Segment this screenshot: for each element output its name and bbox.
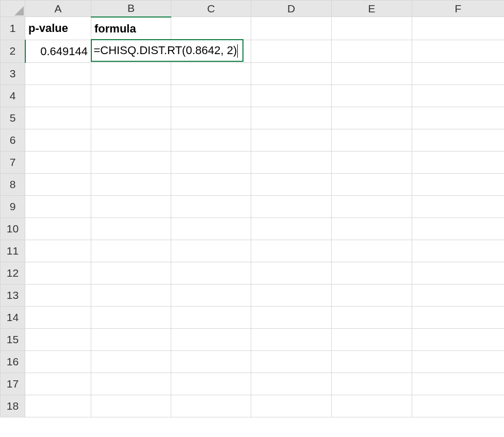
cell[interactable] bbox=[25, 240, 91, 262]
column-header[interactable]: A bbox=[25, 1, 91, 17]
cell[interactable] bbox=[412, 284, 505, 306]
row-header[interactable]: 11 bbox=[1, 240, 25, 262]
row-header[interactable]: 17 bbox=[1, 373, 25, 395]
cell[interactable] bbox=[332, 306, 412, 328]
cell[interactable] bbox=[251, 373, 332, 395]
row-header[interactable]: 3 bbox=[1, 62, 25, 85]
cell[interactable] bbox=[251, 129, 332, 151]
cell[interactable] bbox=[171, 350, 251, 373]
cell[interactable] bbox=[251, 217, 332, 240]
cell[interactable] bbox=[251, 107, 332, 129]
cell[interactable] bbox=[25, 129, 91, 151]
select-all-corner[interactable] bbox=[1, 1, 25, 17]
cell[interactable] bbox=[25, 85, 91, 107]
cell[interactable] bbox=[412, 17, 505, 40]
cell[interactable] bbox=[412, 129, 505, 151]
cell[interactable] bbox=[171, 306, 251, 328]
column-header[interactable]: C bbox=[171, 1, 251, 17]
row-header[interactable]: 12 bbox=[1, 262, 25, 284]
cell[interactable] bbox=[171, 173, 251, 195]
row-header[interactable]: 14 bbox=[1, 306, 25, 328]
row-header[interactable]: 2 bbox=[1, 40, 25, 62]
column-header[interactable]: B bbox=[91, 1, 171, 17]
cell[interactable] bbox=[332, 107, 412, 129]
cell[interactable] bbox=[171, 373, 251, 395]
cell[interactable] bbox=[25, 195, 91, 217]
cell[interactable] bbox=[25, 373, 91, 395]
cell[interactable] bbox=[412, 151, 505, 173]
cell[interactable] bbox=[91, 262, 171, 284]
cell[interactable] bbox=[251, 151, 332, 173]
row-header[interactable]: 1 bbox=[1, 17, 25, 40]
cell[interactable] bbox=[91, 85, 171, 107]
cell[interactable] bbox=[332, 173, 412, 195]
cell[interactable] bbox=[332, 151, 412, 173]
cell[interactable] bbox=[251, 62, 332, 85]
cell[interactable] bbox=[25, 350, 91, 373]
cell[interactable] bbox=[251, 284, 332, 306]
cell[interactable] bbox=[412, 240, 505, 262]
cell[interactable] bbox=[91, 151, 171, 173]
cell[interactable] bbox=[412, 217, 505, 240]
cell[interactable]: formula bbox=[91, 17, 171, 40]
cell[interactable] bbox=[412, 373, 505, 395]
row-header[interactable]: 10 bbox=[1, 217, 25, 240]
cell[interactable] bbox=[412, 350, 505, 373]
cell[interactable] bbox=[171, 151, 251, 173]
cell[interactable] bbox=[171, 129, 251, 151]
cell[interactable] bbox=[251, 328, 332, 350]
cell[interactable] bbox=[332, 284, 412, 306]
cell[interactable] bbox=[251, 350, 332, 373]
cell[interactable] bbox=[332, 217, 412, 240]
cell[interactable] bbox=[332, 240, 412, 262]
cell[interactable] bbox=[171, 217, 251, 240]
cell[interactable] bbox=[412, 107, 505, 129]
row-header[interactable]: 5 bbox=[1, 107, 25, 129]
cell[interactable] bbox=[412, 85, 505, 107]
cell[interactable] bbox=[171, 107, 251, 129]
row-header[interactable]: 13 bbox=[1, 284, 25, 306]
cell[interactable] bbox=[91, 395, 171, 417]
cell[interactable] bbox=[332, 17, 412, 40]
cell[interactable] bbox=[171, 284, 251, 306]
row-header[interactable]: 6 bbox=[1, 129, 25, 151]
cell[interactable] bbox=[171, 262, 251, 284]
cell[interactable] bbox=[412, 195, 505, 217]
cell[interactable]: p-value bbox=[25, 17, 91, 40]
cell[interactable] bbox=[91, 107, 171, 129]
cell[interactable] bbox=[25, 262, 91, 284]
cell[interactable] bbox=[91, 350, 171, 373]
cell[interactable] bbox=[171, 328, 251, 350]
cell[interactable] bbox=[332, 129, 412, 151]
cell[interactable] bbox=[332, 395, 412, 417]
cell[interactable] bbox=[412, 262, 505, 284]
column-header[interactable]: E bbox=[332, 1, 412, 17]
cell[interactable] bbox=[412, 395, 505, 417]
cell[interactable] bbox=[332, 195, 412, 217]
cell-editor[interactable]: =CHISQ.DIST.RT(0.8642, 2) bbox=[91, 39, 243, 62]
cell[interactable] bbox=[251, 85, 332, 107]
cell[interactable] bbox=[332, 350, 412, 373]
row-header[interactable]: 9 bbox=[1, 195, 25, 217]
cell[interactable] bbox=[25, 284, 91, 306]
cell[interactable] bbox=[251, 240, 332, 262]
row-header[interactable]: 8 bbox=[1, 173, 25, 195]
cell[interactable] bbox=[251, 262, 332, 284]
cell[interactable] bbox=[332, 85, 412, 107]
cell[interactable] bbox=[25, 395, 91, 417]
cell[interactable] bbox=[171, 240, 251, 262]
cell[interactable]: 0.649144 bbox=[25, 40, 91, 62]
row-header[interactable]: 15 bbox=[1, 328, 25, 350]
cell[interactable] bbox=[332, 328, 412, 350]
cell[interactable] bbox=[332, 262, 412, 284]
cell[interactable] bbox=[91, 173, 171, 195]
cell[interactable] bbox=[91, 328, 171, 350]
cell[interactable] bbox=[25, 173, 91, 195]
row-header[interactable]: 4 bbox=[1, 85, 25, 107]
cell[interactable] bbox=[171, 195, 251, 217]
cell[interactable] bbox=[25, 62, 91, 85]
cell[interactable] bbox=[171, 62, 251, 85]
cell[interactable] bbox=[251, 40, 332, 62]
cell[interactable] bbox=[332, 373, 412, 395]
cell[interactable] bbox=[91, 373, 171, 395]
